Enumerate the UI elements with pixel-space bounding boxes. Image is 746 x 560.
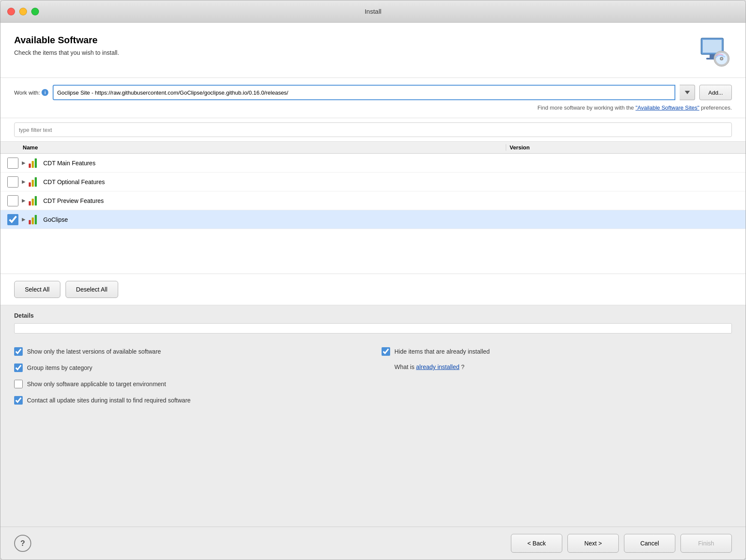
software-sites-link[interactable]: "Available Software Sites" <box>636 104 699 111</box>
work-with-input[interactable] <box>53 85 675 100</box>
checkbox-hide-installed[interactable] <box>382 347 390 356</box>
checkbox-update-sites-label: Contact all update sites during install … <box>27 397 191 404</box>
filter-section <box>0 118 746 142</box>
checkbox-latest-label: Show only the latest versions of availab… <box>27 348 161 355</box>
checkbox-row-3[interactable]: Group items by category <box>14 363 364 372</box>
table-row: ▶ CDT Main Features <box>0 154 746 173</box>
close-button[interactable] <box>7 8 15 15</box>
details-section: Details <box>0 305 746 340</box>
filter-input[interactable] <box>14 122 732 137</box>
install-icon <box>698 35 732 69</box>
checkbox-target-env-label: Show only software applicable to target … <box>27 381 166 387</box>
minimize-button[interactable] <box>19 8 27 15</box>
cancel-button[interactable]: Cancel <box>624 534 675 553</box>
software-sites-row: Find more software by working with the "… <box>14 104 732 111</box>
checkbox-row-1[interactable]: Show only the latest versions of availab… <box>14 347 364 356</box>
already-installed-suffix: ? <box>461 363 465 370</box>
select-all-button[interactable]: Select All <box>14 281 60 298</box>
titlebar: Install <box>0 0 746 23</box>
checkbox-row-5[interactable]: Contact all update sites during install … <box>14 396 364 405</box>
next-button[interactable]: Next > <box>567 534 619 553</box>
already-installed-link[interactable]: already installed <box>416 363 460 370</box>
checkbox-target-env[interactable] <box>14 380 23 388</box>
col-version-header: Version <box>506 144 746 151</box>
expand-icon-1[interactable]: ▶ <box>22 160 29 166</box>
details-bar <box>14 323 732 334</box>
checkbox-group-category-label: Group items by category <box>27 364 93 371</box>
work-with-row: Work with: i Add... <box>14 85 732 100</box>
expand-icon-4[interactable]: ▶ <box>22 217 29 222</box>
checkboxes-section: Show only the latest versions of availab… <box>0 340 746 527</box>
table-body: ▶ CDT Main Features ▶ <box>0 154 746 274</box>
details-label: Details <box>14 312 732 319</box>
footer-left: ? <box>14 535 31 552</box>
help-button[interactable]: ? <box>14 535 31 552</box>
checkbox-row-4[interactable]: Show only software applicable to target … <box>14 380 364 388</box>
row-label-1: CDT Main Features <box>43 160 506 167</box>
already-installed-row: What is already installed ? <box>382 363 732 370</box>
back-button[interactable]: < Back <box>511 534 562 553</box>
page-subtitle: Check the items that you wish to install… <box>14 49 119 56</box>
info-icon: i <box>42 89 48 96</box>
checkboxes-right: Hide items that are already installed Wh… <box>382 347 732 405</box>
finish-button[interactable]: Finish <box>680 534 732 553</box>
checkboxes-left: Show only the latest versions of availab… <box>14 347 364 405</box>
svg-rect-1 <box>703 40 722 53</box>
row-label-3: CDT Preview Features <box>43 197 506 204</box>
svg-marker-8 <box>685 91 690 94</box>
table-row: ▶ CDT Preview Features <box>0 191 746 210</box>
table-row: ▶ GoClipse <box>0 210 746 229</box>
software-sites-prefix: Find more software by working with the <box>537 104 636 111</box>
checkbox-hide-installed-label: Hide items that are already installed <box>394 348 490 355</box>
deselect-all-button[interactable]: Deselect All <box>66 281 118 298</box>
already-installed-prefix: What is <box>394 363 416 370</box>
titlebar-buttons <box>7 8 39 15</box>
row-label-4: GoClipse <box>43 216 506 223</box>
row-checkbox-3[interactable] <box>7 195 18 206</box>
window: Install Available Software Check the ite… <box>0 0 746 560</box>
content-area: Available Software Check the items that … <box>0 23 746 527</box>
footer: ? < Back Next > Cancel Finish <box>0 527 746 560</box>
add-button[interactable]: Add... <box>699 85 732 100</box>
software-sites-suffix: preferences. <box>701 104 732 111</box>
checkbox-grid: Show only the latest versions of availab… <box>14 347 732 405</box>
table-section: Name Version ▶ CDT Main Features <box>0 142 746 274</box>
row-checkbox-1[interactable] <box>7 158 18 169</box>
header-section: Available Software Check the items that … <box>0 23 746 78</box>
row-checkbox-4[interactable] <box>7 214 18 225</box>
checkbox-group-category[interactable] <box>14 363 23 372</box>
row-icon-3 <box>29 196 41 206</box>
header-text: Available Software Check the items that … <box>14 35 119 56</box>
dropdown-button[interactable] <box>680 85 695 100</box>
selection-buttons-section: Select All Deselect All <box>0 274 746 305</box>
expand-icon-2[interactable]: ▶ <box>22 179 29 185</box>
checkbox-row-2[interactable]: Hide items that are already installed <box>382 347 732 356</box>
window-title: Install <box>364 8 381 15</box>
checkbox-update-sites[interactable] <box>14 396 23 405</box>
svg-point-7 <box>721 58 722 60</box>
checkbox-latest[interactable] <box>14 347 23 356</box>
row-icon-4 <box>29 215 41 224</box>
work-with-label: Work with: i <box>14 89 48 96</box>
work-with-section: Work with: i Add... Find more software b… <box>0 78 746 118</box>
table-row: ▶ CDT Optional Features <box>0 173 746 191</box>
col-name-header: Name <box>0 144 506 151</box>
work-with-text: Work with: <box>14 89 40 96</box>
row-checkbox-2[interactable] <box>7 176 18 188</box>
footer-right: < Back Next > Cancel Finish <box>511 534 732 553</box>
table-header: Name Version <box>0 142 746 154</box>
row-label-2: CDT Optional Features <box>43 179 506 185</box>
row-icon-2 <box>29 177 41 187</box>
maximize-button[interactable] <box>31 8 39 15</box>
page-title: Available Software <box>14 35 119 46</box>
row-icon-1 <box>29 158 41 168</box>
expand-icon-3[interactable]: ▶ <box>22 198 29 203</box>
